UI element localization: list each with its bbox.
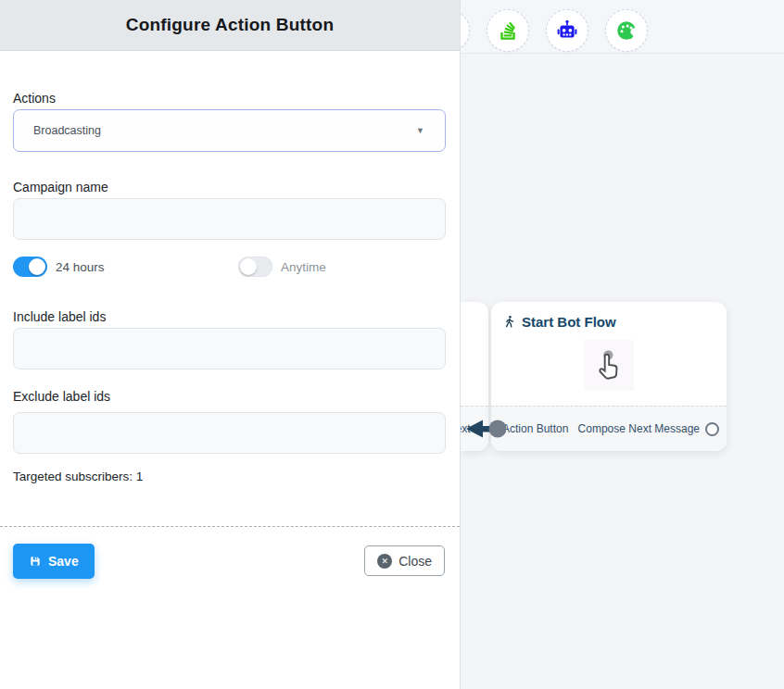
card-footer: Action Button Compose Next Message	[491, 406, 727, 451]
configure-action-panel: Configure Action Button Actions Broadcas…	[0, 0, 461, 689]
actions-selected-value: Broadcasting	[33, 124, 416, 137]
targeted-subscribers-text: Targeted subscribers: 1	[13, 470, 143, 483]
robot-icon	[555, 19, 579, 43]
include-label-ids-input[interactable]	[13, 328, 446, 370]
partial-port-label: Next	[461, 422, 471, 435]
campaign-name-input[interactable]	[13, 198, 446, 240]
card-title: Start Bot Flow	[522, 314, 616, 330]
start-bot-flow-card[interactable]: Start Bot Flow Action Button Compose Nex…	[491, 302, 727, 451]
partial-card-footer: Next	[461, 406, 488, 451]
exclude-label-ids-label: Exclude label ids	[13, 389, 110, 404]
toggle-anytime[interactable]	[238, 257, 272, 277]
connector-port-circle[interactable]	[705, 422, 719, 436]
schedule-toggle-row: 24 hours Anytime	[13, 257, 446, 277]
panel-title: Configure Action Button	[126, 15, 334, 35]
toggle-24h-label: 24 hours	[56, 260, 105, 274]
palette-icon	[614, 19, 639, 43]
toggle-24h[interactable]	[13, 257, 47, 277]
card-header: Start Bot Flow	[491, 302, 727, 330]
circle-x-icon: ✕	[377, 554, 392, 569]
toolbar-button-theme[interactable]	[605, 9, 648, 52]
close-button[interactable]: ✕ Close	[364, 545, 445, 576]
toggle-anytime-group: Anytime	[238, 257, 326, 277]
campaign-name-label: Campaign name	[13, 180, 108, 194]
partial-flow-card[interactable]: Next	[461, 302, 488, 451]
footer-divider	[0, 526, 460, 527]
action-button-port-label: Action Button	[502, 422, 568, 435]
toggle-anytime-label: Anytime	[281, 260, 326, 274]
include-label-ids-label: Include label ids	[13, 309, 106, 324]
stack-layers-icon	[496, 19, 520, 43]
toggle-24h-group: 24 hours	[13, 257, 238, 277]
card-body	[491, 330, 727, 400]
compose-next-message-port: Compose Next Message	[578, 422, 719, 436]
hand-pointer-icon[interactable]	[584, 340, 634, 391]
toolbar-button-bot[interactable]	[546, 9, 588, 52]
actions-select[interactable]: Broadcasting ▼	[13, 109, 446, 152]
actions-label: Actions	[13, 91, 56, 106]
close-button-label: Close	[398, 554, 432, 569]
walking-person-icon	[502, 314, 516, 330]
flow-canvas[interactable]: Next Start Bot Flow	[461, 0, 784, 689]
exclude-label-ids-input[interactable]	[13, 412, 446, 454]
save-button-label: Save	[48, 554, 79, 569]
save-button[interactable]: Save	[13, 544, 95, 579]
floppy-save-icon	[29, 555, 42, 568]
compose-next-message-label: Compose Next Message	[578, 422, 700, 435]
toolbar-button-stack[interactable]	[487, 9, 529, 52]
chevron-down-icon: ▼	[416, 126, 424, 135]
panel-header: Configure Action Button	[0, 0, 460, 51]
